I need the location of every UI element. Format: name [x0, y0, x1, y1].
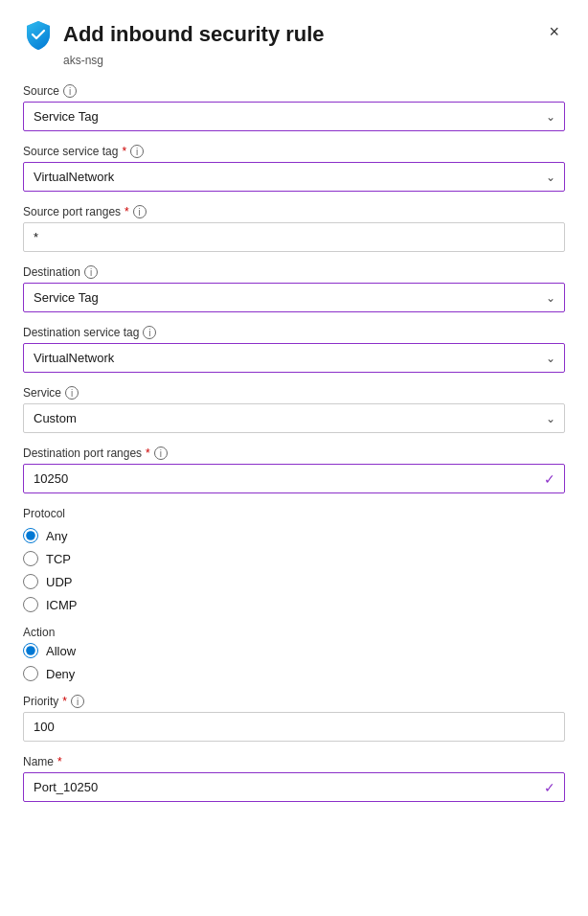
destination-service-tag-select[interactable]: VirtualNetwork — [23, 343, 565, 373]
source-port-ranges-info-icon[interactable]: i — [133, 205, 147, 218]
destination-port-ranges-input-wrapper: ✓ — [23, 464, 565, 493]
priority-required: * — [62, 695, 67, 708]
shield-icon — [23, 19, 54, 50]
source-service-tag-field-group: Source service tag * i VirtualNetwork ⌄ — [23, 145, 565, 192]
name-input-wrapper: ✓ — [23, 772, 565, 802]
protocol-udp-label: UDP — [46, 575, 72, 589]
source-port-ranges-field-group: Source port ranges * i — [23, 205, 565, 252]
protocol-field-group: Protocol Any TCP UDP ICMP — [23, 507, 565, 612]
source-select[interactable]: Service Tag — [23, 102, 565, 131]
source-service-tag-select[interactable]: VirtualNetwork — [23, 162, 565, 192]
priority-input[interactable] — [23, 712, 565, 742]
destination-service-tag-field-group: Destination service tag i VirtualNetwork… — [23, 326, 565, 373]
protocol-udp-radio[interactable] — [23, 574, 38, 589]
destination-port-ranges-field-group: Destination port ranges * i ✓ — [23, 447, 565, 493]
protocol-tcp-radio[interactable] — [23, 551, 38, 566]
name-required: * — [57, 755, 62, 768]
source-service-tag-info-icon[interactable]: i — [130, 145, 144, 158]
protocol-tcp-label: TCP — [46, 552, 71, 566]
name-label: Name * — [23, 755, 565, 768]
destination-service-tag-info-icon[interactable]: i — [143, 326, 156, 339]
protocol-any-option[interactable]: Any — [23, 528, 565, 543]
action-radio-group: Allow Deny — [23, 643, 565, 681]
destination-service-tag-select-wrapper: VirtualNetwork ⌄ — [23, 343, 565, 373]
action-deny-radio[interactable] — [23, 666, 38, 681]
priority-field-group: Priority * i — [23, 695, 565, 742]
source-field-group: Source i Service Tag ⌄ — [23, 84, 565, 131]
source-info-icon[interactable]: i — [63, 84, 77, 98]
destination-field-group: Destination i Service Tag ⌄ — [23, 265, 565, 312]
action-allow-label: Allow — [46, 644, 76, 658]
source-select-wrapper: Service Tag ⌄ — [23, 102, 565, 131]
protocol-icmp-radio[interactable] — [23, 597, 38, 612]
priority-info-icon[interactable]: i — [71, 695, 84, 708]
source-port-ranges-label: Source port ranges * i — [23, 205, 565, 218]
protocol-label: Protocol — [23, 507, 565, 520]
protocol-udp-option[interactable]: UDP — [23, 574, 565, 589]
action-allow-option[interactable]: Allow — [23, 643, 565, 658]
destination-select[interactable]: Service Tag — [23, 283, 565, 312]
priority-label: Priority * i — [23, 695, 565, 708]
service-field-group: Service i Custom ⌄ — [23, 386, 565, 433]
service-info-icon[interactable]: i — [65, 386, 79, 400]
source-service-tag-select-wrapper: VirtualNetwork ⌄ — [23, 162, 565, 192]
action-allow-radio[interactable] — [23, 643, 38, 658]
protocol-icmp-option[interactable]: ICMP — [23, 597, 565, 612]
destination-port-ranges-required: * — [146, 447, 150, 460]
destination-port-ranges-label: Destination port ranges * i — [23, 447, 565, 460]
protocol-any-label: Any — [46, 529, 67, 543]
name-field-group: Name * ✓ — [23, 755, 565, 802]
destination-label: Destination i — [23, 265, 565, 279]
action-label: Action — [23, 626, 565, 639]
action-deny-option[interactable]: Deny — [23, 666, 565, 681]
protocol-any-radio[interactable] — [23, 528, 38, 543]
service-select-wrapper: Custom ⌄ — [23, 403, 565, 433]
destination-port-ranges-check-icon: ✓ — [544, 471, 555, 487]
name-input[interactable] — [23, 772, 565, 802]
source-port-ranges-input[interactable] — [23, 222, 565, 252]
protocol-tcp-option[interactable]: TCP — [23, 551, 565, 566]
protocol-icmp-label: ICMP — [46, 598, 78, 612]
protocol-radio-group: Any TCP UDP ICMP — [23, 528, 565, 612]
destination-port-ranges-info-icon[interactable]: i — [154, 447, 168, 460]
action-deny-label: Deny — [46, 667, 75, 681]
source-port-ranges-required: * — [124, 205, 129, 218]
title-row: Add inbound security rule — [23, 19, 325, 50]
panel-title: Add inbound security rule — [63, 22, 325, 47]
destination-service-tag-label: Destination service tag i — [23, 326, 565, 339]
action-field-group: Action Allow Deny — [23, 626, 565, 681]
source-service-tag-label: Source service tag * i — [23, 145, 565, 158]
name-check-icon: ✓ — [544, 780, 555, 795]
panel: Add inbound security rule × aks-nsg Sour… — [0, 0, 588, 916]
service-label: Service i — [23, 386, 565, 400]
panel-header: Add inbound security rule × — [23, 19, 565, 50]
close-button[interactable]: × — [543, 21, 565, 42]
service-select[interactable]: Custom — [23, 403, 565, 433]
source-label: Source i — [23, 84, 565, 98]
panel-subtitle: aks-nsg — [63, 54, 565, 67]
destination-port-ranges-input[interactable] — [23, 464, 565, 493]
destination-info-icon[interactable]: i — [84, 265, 98, 279]
destination-select-wrapper: Service Tag ⌄ — [23, 283, 565, 312]
source-service-tag-required: * — [122, 145, 126, 158]
